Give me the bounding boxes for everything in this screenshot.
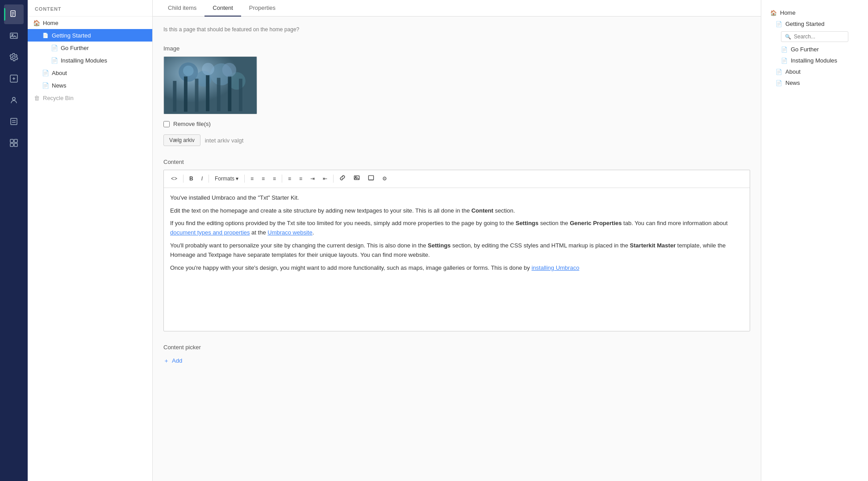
rte-formats-chevron: ▾ — [236, 176, 238, 182]
tree-item-getting-started[interactable]: 📄 Getting Started — [28, 29, 152, 42]
rp-search-input[interactable] — [794, 33, 844, 40]
image-section: Image — [163, 45, 750, 146]
content-picker-label: Content picker — [163, 344, 750, 351]
tree-item-go-further[interactable]: 📄 Go Further — [28, 42, 152, 54]
rte-image-button[interactable] — [350, 173, 363, 185]
tab-content[interactable]: Content — [204, 0, 241, 17]
rte-align-center-button[interactable]: ≡ — [258, 173, 268, 184]
tree-item-about[interactable]: 📄 About — [28, 67, 152, 79]
tab-properties[interactable]: Properties — [241, 0, 284, 17]
rp-tree-item-news[interactable]: 📄 News — [768, 77, 862, 88]
rte-align-right-button[interactable]: ≡ — [269, 173, 280, 184]
svg-rect-32 — [369, 176, 374, 180]
tree-item-recycle-bin[interactable]: 🗑 Recycle Bin — [28, 92, 152, 104]
doc-icon-about: 📄 — [42, 69, 49, 76]
rte-para-1: You've installed Umbraco and the "Txt" S… — [170, 193, 743, 203]
svg-rect-13 — [10, 143, 13, 146]
rp-search-icon: 🔍 — [785, 34, 791, 40]
rte-outdent-button[interactable]: ⇤ — [319, 173, 331, 184]
tree-item-getting-started-label: Getting Started — [52, 32, 147, 39]
rte-sep-4 — [282, 175, 282, 183]
doc-icon-getting-started: 📄 — [42, 32, 49, 39]
content-section: Content <> B I Formats ▾ ≡ ≡ ≡ — [163, 159, 750, 331]
rte-sep-2 — [209, 175, 209, 183]
doc-icon-news: 📄 — [42, 82, 49, 89]
rte-link-installing[interactable]: installing Umbraco — [531, 264, 579, 271]
svg-rect-23 — [206, 75, 209, 111]
rte-macro-button[interactable]: ⚙ — [379, 173, 391, 184]
rp-doc-icon-gs: 📄 — [776, 21, 783, 27]
icon-bar — [0, 0, 28, 481]
rte-link-button[interactable] — [336, 173, 349, 185]
rte-align-left-button[interactable]: ≡ — [247, 173, 257, 184]
rp-tree-item-go-further[interactable]: 📄 Go Further — [768, 44, 862, 55]
rte-para-4: You'll probably want to personalize your… — [170, 241, 743, 260]
tree-item-installing-modules[interactable]: 📄 Installing Modules — [28, 54, 152, 67]
rp-tree-item-home[interactable]: 🏠 Home — [768, 7, 862, 18]
add-content-button[interactable]: ＋ Add — [163, 355, 750, 367]
rte-indent-button[interactable]: ⇥ — [307, 173, 318, 184]
modules-nav-icon[interactable] — [4, 133, 24, 153]
rte-para-5: Once you're happy with your site's desig… — [170, 264, 743, 273]
content-picker-section: Content picker ＋ Add — [163, 344, 750, 367]
doc-icon-installing-modules: 📄 — [51, 57, 58, 64]
rp-tree-item-getting-started[interactable]: 📄 Getting Started — [768, 18, 862, 29]
settings-nav-icon[interactable] — [4, 47, 24, 67]
rte-code-button[interactable]: <> — [167, 173, 181, 184]
sidebar-header: CONTENT — [28, 0, 152, 17]
image-svg — [164, 57, 257, 114]
home-icon: 🏠 — [33, 19, 40, 26]
rte-link-doc-types[interactable]: document types and properties — [170, 229, 250, 236]
content-label: Content — [163, 159, 750, 165]
rte-italic-button[interactable]: I — [198, 173, 206, 184]
svg-rect-11 — [10, 139, 13, 142]
rp-home-label: Home — [780, 9, 796, 16]
rte-bold-button[interactable]: B — [186, 173, 197, 184]
rp-doc-icon-gf: 📄 — [781, 46, 788, 53]
svg-rect-8 — [11, 118, 17, 125]
rte-media-button[interactable] — [364, 173, 378, 185]
rte-toolbar: <> B I Formats ▾ ≡ ≡ ≡ ≡ ≡ ⇥ — [164, 170, 750, 188]
tree-item-go-further-label: Go Further — [61, 45, 147, 51]
rte-sep-5 — [333, 175, 334, 183]
left-sidebar: CONTENT 🏠 Home 📄 Getting Started 📄 Go Fu… — [28, 0, 153, 481]
add-icon: ＋ — [163, 357, 169, 365]
remove-files-checkbox[interactable] — [163, 121, 170, 127]
tree-item-news[interactable]: 📄 News — [28, 79, 152, 92]
rp-go-further-label: Go Further — [791, 46, 819, 53]
image-preview — [163, 56, 257, 114]
rp-doc-icon-news: 📄 — [776, 80, 783, 86]
content-panel: Is this a page that should be featured o… — [153, 17, 761, 481]
rich-text-editor: <> B I Formats ▾ ≡ ≡ ≡ ≡ ≡ ⇥ — [163, 170, 750, 331]
rte-link-umbraco[interactable]: Umbraco website — [267, 229, 312, 236]
note-top-text: Is this a page that should be featured o… — [163, 25, 750, 38]
svg-rect-20 — [173, 81, 176, 112]
svg-point-27 — [183, 66, 194, 76]
rp-getting-started-label: Getting Started — [785, 21, 824, 27]
gear-nav-icon[interactable] — [4, 69, 24, 88]
rte-para-2: Edit the text on the homepage and create… — [170, 206, 743, 216]
tree-item-recycle-bin-label: Recycle Bin — [43, 95, 147, 101]
tab-child-items[interactable]: Child items — [160, 0, 204, 17]
media-nav-icon[interactable] — [4, 26, 24, 46]
rte-sep-1 — [183, 175, 184, 183]
trash-icon: 🗑 — [33, 94, 40, 101]
rte-formats-dropdown[interactable]: Formats ▾ — [211, 174, 242, 184]
svg-rect-25 — [228, 76, 231, 111]
rte-content-area[interactable]: You've installed Umbraco and the "Txt" S… — [164, 188, 750, 331]
rp-home-icon: 🏠 — [770, 10, 777, 16]
content-nav-icon[interactable] — [4, 4, 24, 24]
svg-rect-26 — [239, 79, 242, 111]
rte-ol-button[interactable]: ≡ — [296, 173, 306, 184]
rte-ul-button[interactable]: ≡ — [284, 173, 295, 184]
rp-search-box: 🔍 — [781, 31, 848, 42]
file-pick-button[interactable]: Vælg arkiv — [163, 134, 200, 146]
list-nav-icon[interactable] — [4, 112, 24, 131]
remove-files-label: Remove file(s) — [173, 121, 211, 127]
rp-tree-item-about[interactable]: 📄 About — [768, 66, 862, 77]
rp-tree-item-installing-modules[interactable]: 📄 Installing Modules — [768, 55, 862, 66]
right-panel: 🏠 Home 📄 Getting Started 🔍 📄 Go Further … — [761, 0, 868, 481]
users-nav-icon[interactable] — [4, 90, 24, 110]
tree-item-home[interactable]: 🏠 Home — [28, 17, 152, 29]
rte-formats-label: Formats — [215, 176, 234, 182]
